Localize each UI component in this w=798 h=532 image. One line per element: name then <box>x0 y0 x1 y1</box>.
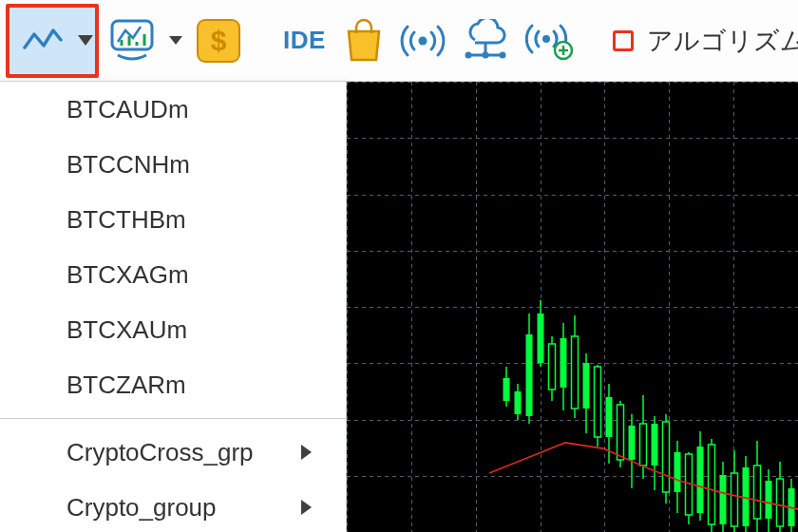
svg-rect-39 <box>526 334 533 416</box>
dollar-icon: $ <box>196 18 241 64</box>
svg-rect-71 <box>709 445 715 524</box>
menu-item[interactable]: BTCXAGm <box>0 247 346 302</box>
currency-button[interactable]: $ <box>192 10 245 72</box>
new-chart-button[interactable] <box>6 4 99 78</box>
svg-text:$: $ <box>211 25 227 56</box>
svg-rect-61 <box>652 424 658 466</box>
menu-item-group[interactable]: CryptoCross_grp <box>0 425 346 480</box>
svg-rect-63 <box>663 422 670 492</box>
menu-item-group[interactable]: Crypto_group <box>0 480 346 532</box>
symbol-dropdown-menu: BTCAUDm BTCCNHm BTCTHBm BTCXAGm BTCXAUm … <box>0 82 347 532</box>
ide-label: IDE <box>283 26 326 55</box>
menu-separator <box>0 418 346 419</box>
menu-item-label: Crypto_group <box>66 493 217 522</box>
menu-item[interactable]: BTCAUDm <box>0 82 346 137</box>
svg-rect-57 <box>629 426 636 460</box>
svg-rect-55 <box>618 405 624 460</box>
svg-rect-35 <box>504 378 510 401</box>
svg-point-11 <box>482 51 488 58</box>
svg-rect-73 <box>720 475 727 524</box>
svg-point-7 <box>418 36 427 45</box>
line-chart-icon <box>15 13 70 68</box>
chevron-right-icon <box>301 445 312 460</box>
svg-rect-43 <box>549 344 556 390</box>
vps-button[interactable] <box>457 10 514 72</box>
svg-point-12 <box>499 51 505 58</box>
svg-rect-81 <box>766 481 772 519</box>
algo-trading-button[interactable]: アルゴリズム取 <box>609 24 798 58</box>
svg-rect-59 <box>640 424 647 466</box>
svg-rect-75 <box>732 473 738 526</box>
menu-item-label: BTCAUDm <box>66 95 189 124</box>
svg-point-13 <box>542 35 550 43</box>
svg-rect-0 <box>112 21 152 49</box>
algo-trading-label: アルゴリズム取 <box>647 24 798 58</box>
price-chart[interactable] <box>347 82 798 532</box>
menu-item[interactable]: BTCCNHm <box>0 137 346 192</box>
add-signal-button[interactable] <box>520 10 579 72</box>
toolbar: $ IDE <box>0 0 798 82</box>
menu-item-label: BTCXAUm <box>66 315 187 345</box>
svg-rect-83 <box>777 479 784 526</box>
stop-square-icon <box>613 30 634 51</box>
svg-rect-49 <box>583 363 590 408</box>
chevron-down-icon <box>169 36 182 45</box>
svg-rect-53 <box>606 397 613 437</box>
svg-rect-65 <box>674 452 681 492</box>
broadcast-icon <box>398 22 447 60</box>
chevron-down-icon <box>78 35 93 46</box>
menu-item-label: BTCZARm <box>66 370 186 400</box>
cloud-network-icon <box>461 19 510 63</box>
chevron-right-icon <box>301 500 312 515</box>
svg-rect-41 <box>538 314 544 363</box>
menu-item-label: BTCXAGm <box>66 260 189 290</box>
svg-rect-37 <box>515 391 522 414</box>
svg-rect-51 <box>595 367 601 437</box>
shopping-bag-icon <box>343 18 385 64</box>
menu-item[interactable]: BTCXAUm <box>0 302 346 357</box>
svg-rect-69 <box>697 446 704 513</box>
marketplace-button[interactable] <box>339 10 389 72</box>
chart-in-monitor-icon <box>108 17 156 65</box>
svg-rect-45 <box>560 338 567 388</box>
broadcast-plus-icon <box>523 20 575 62</box>
svg-rect-79 <box>754 466 761 519</box>
menu-item[interactable]: BTCZARm <box>0 357 346 412</box>
menu-item-label: BTCTHBm <box>66 205 186 235</box>
chart-style-button[interactable] <box>104 10 186 72</box>
signals-button[interactable] <box>394 10 451 72</box>
svg-point-10 <box>465 51 471 58</box>
menu-item-label: CryptoCross_grp <box>66 438 254 467</box>
menu-item-label: BTCCNHm <box>66 150 190 180</box>
svg-rect-47 <box>572 336 579 408</box>
ide-button[interactable]: IDE <box>276 10 333 72</box>
menu-item[interactable]: BTCTHBm <box>0 192 346 247</box>
